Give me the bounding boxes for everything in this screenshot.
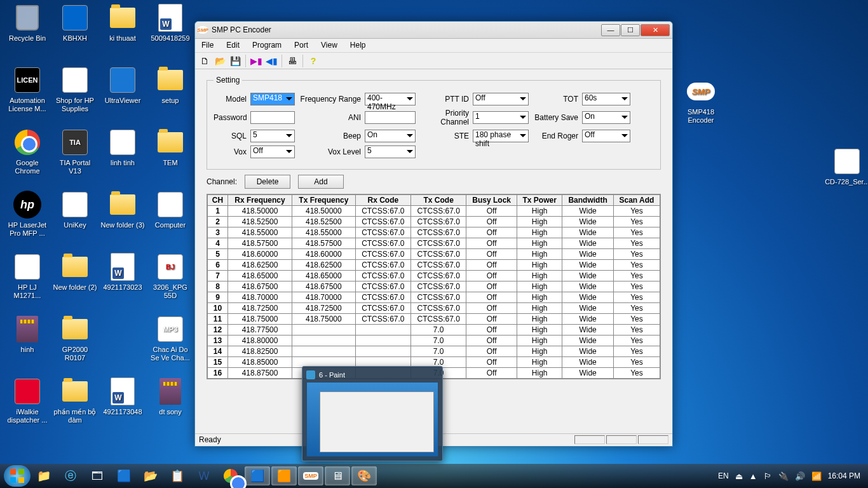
col-header[interactable]: Scan Add [613,195,660,206]
cell[interactable]: 418.67500 [228,281,292,292]
cell[interactable]: 418.65000 [228,271,292,281]
taskbar-paint-active[interactable]: 🎨 [351,466,377,485]
cell[interactable] [355,346,410,357]
cell[interactable]: 418.77500 [228,325,292,336]
beep-input[interactable]: On [365,130,416,142]
cell[interactable]: 4 [208,238,228,249]
cell[interactable]: CTCSS:67.0 [410,271,466,281]
desktop-icon[interactable]: New folder (3) [100,189,145,229]
table-row[interactable]: 11418.75000418.75000CTCSS:67.0CTCSS:67.0… [208,314,660,325]
desktop-icon[interactable]: Shop for HP Supplies [53,65,97,113]
channel-table[interactable]: CHRx FrequencyTx FrequencyRx CodeTx Code… [207,194,660,379]
cell[interactable]: Yes [613,281,660,292]
cell[interactable]: CTCSS:67.0 [410,314,466,325]
cell[interactable]: CTCSS:67.0 [410,238,466,249]
cell[interactable]: Wide [562,368,613,379]
desktop-icon[interactable]: hinh [5,314,50,354]
ptt-id-input[interactable]: Off [473,93,529,105]
cell[interactable]: 418.72500 [292,303,356,314]
cell[interactable]: CTCSS:67.0 [410,227,466,238]
cell[interactable]: Yes [613,357,660,368]
table-row[interactable]: 2418.52500418.52500CTCSS:67.0CTCSS:67.0O… [208,217,660,227]
cell[interactable]: Wide [562,346,613,357]
tray-icon[interactable]: ▲ [749,471,757,481]
cell[interactable]: Off [466,249,517,260]
cell[interactable]: CTCSS:67.0 [355,206,410,217]
col-header[interactable]: Bandwidth [562,195,613,206]
cell[interactable]: Yes [613,346,660,357]
add-button[interactable]: Add [298,175,344,189]
cell[interactable]: Wide [562,336,613,346]
cell[interactable]: 7 [208,271,228,281]
cell[interactable]: Yes [613,368,660,379]
cell[interactable]: Off [466,336,517,346]
cell[interactable]: Wide [562,217,613,227]
cell[interactable]: Yes [613,206,660,217]
cell[interactable] [292,346,356,357]
desktop-icon[interactable]: dt sony [148,376,193,416]
cell[interactable]: Off [466,206,517,217]
desktop-icon[interactable]: LICENAutomation License M... [5,65,50,113]
ste-input[interactable]: 180 phase shift [473,130,529,142]
col-header[interactable]: Rx Code [355,195,410,206]
cell[interactable]: High [517,357,562,368]
maximize-button[interactable]: ☐ [621,24,640,36]
cell[interactable]: 16 [208,368,228,379]
cell[interactable]: 418.80000 [228,336,292,346]
table-row[interactable]: 7418.65000418.65000CTCSS:67.0CTCSS:67.0O… [208,271,660,281]
flag-icon[interactable]: 🏳 [764,471,772,481]
cell[interactable]: Wide [562,281,613,292]
titlebar[interactable]: SMP SMP PC Encoder — ☐ ✕ [195,22,672,39]
cell[interactable]: 418.55000 [228,227,292,238]
cell[interactable]: Yes [613,260,660,271]
cell[interactable]: High [517,303,562,314]
cell[interactable]: High [517,336,562,346]
cell[interactable]: 418.50000 [292,206,356,217]
open-icon[interactable]: 📂 [213,54,227,68]
write-radio-icon[interactable]: ◀▮ [264,54,278,68]
cell[interactable]: 7.0 [410,346,466,357]
menu-edit[interactable]: Edit [220,39,246,52]
cell[interactable]: Off [466,325,517,336]
cell[interactable]: Wide [562,292,613,303]
col-header[interactable]: Tx Code [410,195,466,206]
cell[interactable]: Off [466,260,517,271]
start-button[interactable] [4,465,31,487]
sql-input[interactable]: 5 [250,130,295,142]
vox-level-input[interactable]: 5 [365,146,416,158]
taskbar-ie[interactable]: ⓔ [58,466,83,485]
desktop-icon[interactable]: phần mền bộ đàm [53,376,97,424]
cell[interactable]: 1 [208,206,228,217]
cell[interactable]: 418.62500 [292,260,356,271]
taskbar-word[interactable]: W [191,466,217,485]
col-header[interactable]: Busy Lock [466,195,517,206]
cell[interactable]: 15 [208,357,228,368]
cell[interactable]: 8 [208,281,228,292]
table-row[interactable]: 9418.70000418.70000CTCSS:67.0CTCSS:67.0O… [208,292,660,303]
cell[interactable]: High [517,346,562,357]
table-row[interactable]: 10418.72500418.72500CTCSS:67.0CTCSS:67.0… [208,303,660,314]
cell[interactable]: CTCSS:67.0 [410,260,466,271]
table-row[interactable]: 5418.60000418.60000CTCSS:67.0CTCSS:67.0O… [208,249,660,260]
cell[interactable]: 7.0 [410,336,466,346]
help-icon[interactable]: ? [306,54,320,68]
cell[interactable]: Wide [562,357,613,368]
menu-program[interactable]: Program [246,39,288,52]
cell[interactable]: Off [466,357,517,368]
desktop-icon[interactable]: 4921173048 [100,376,145,416]
tray-icon[interactable]: ⏏ [735,471,743,481]
taskbar-thumbnail[interactable]: 6 - Paint [302,366,443,461]
system-tray[interactable]: EN ⏏ ▲ 🏳 🔌 🔊 📶 16:04 PM [718,471,864,481]
cell[interactable]: 5 [208,249,228,260]
new-icon[interactable]: 🗋 [198,54,212,68]
cell[interactable]: 6 [208,260,228,271]
cell[interactable]: Yes [613,336,660,346]
cell[interactable]: Wide [562,303,613,314]
cell[interactable] [355,336,410,346]
cell[interactable]: High [517,281,562,292]
desktop-icon[interactable]: Google Chrome [5,127,50,175]
cell[interactable]: High [517,292,562,303]
desktop-icon[interactable]: HP LJ M1271... [5,252,50,300]
cell[interactable]: High [517,325,562,336]
taskbar-app-active[interactable]: 🖥 [325,466,350,485]
